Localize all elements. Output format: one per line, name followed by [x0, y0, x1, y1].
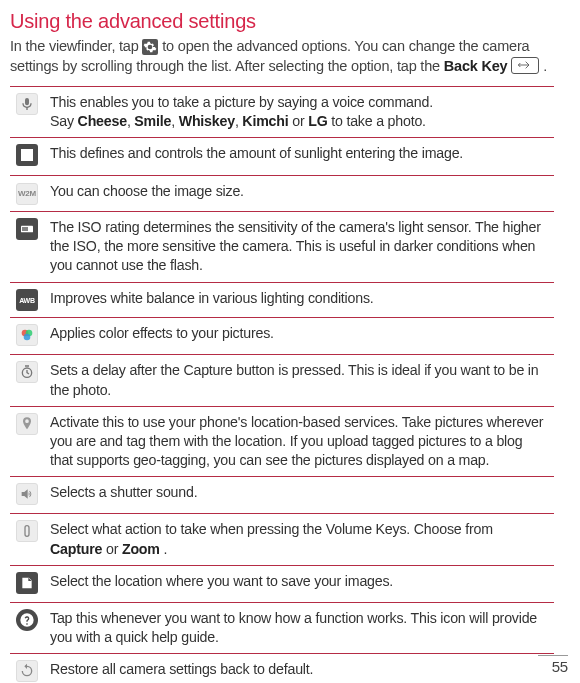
keyword: Kimchi	[242, 113, 288, 129]
iso-icon	[16, 218, 38, 240]
table-row: W2M You can choose the image size.	[10, 175, 554, 211]
svg-rect-3	[26, 227, 27, 231]
text: .	[164, 541, 168, 557]
intro-paragraph: In the viewfinder, tap to open the advan…	[10, 37, 554, 76]
section-title: Using the advanced settings	[10, 10, 554, 33]
table-row: Sets a delay after the Capture button is…	[10, 355, 554, 406]
page-number: 55	[538, 655, 568, 675]
voice-icon	[16, 93, 38, 115]
setting-description: The ISO rating determines the sensitivit…	[44, 212, 554, 283]
keyword: Capture	[50, 541, 102, 557]
setting-description: Applies color effects to your pictures.	[44, 318, 554, 355]
table-row: The ISO rating determines the sensitivit…	[10, 212, 554, 283]
reset-icon	[16, 660, 38, 682]
back-key-label: Back Key	[444, 58, 508, 74]
setting-description: This enables you to take a picture by sa…	[44, 87, 554, 138]
sep: or	[288, 113, 308, 129]
table-row: Tap this whenever you want to know how a…	[10, 603, 554, 654]
table-row: Select the location where you want to sa…	[10, 565, 554, 602]
keyword: Cheese	[78, 113, 127, 129]
svg-rect-8	[25, 526, 29, 537]
keyword: LG	[308, 113, 327, 129]
setting-description: Tap this whenever you want to know how a…	[44, 603, 554, 654]
setting-description: Activate this to use your phone's locati…	[44, 406, 554, 477]
keyword: Zoom	[122, 541, 160, 557]
intro-text-4: .	[543, 58, 547, 74]
svg-rect-2	[24, 227, 25, 231]
awb-icon: AWB	[16, 289, 38, 311]
setting-description: Improves white balance in various lighti…	[44, 282, 554, 318]
table-row: Applies color effects to your pictures.	[10, 318, 554, 355]
settings-table: This enables you to take a picture by sa…	[10, 86, 554, 683]
setting-description: Sets a delay after the Capture button is…	[44, 355, 554, 406]
setting-description: Selects a shutter sound.	[44, 477, 554, 514]
setting-description: Select the location where you want to sa…	[44, 565, 554, 602]
size-icon: W2M	[16, 183, 38, 205]
color-icon	[16, 324, 38, 346]
text: to take a photo.	[331, 113, 426, 129]
geotag-icon	[16, 413, 38, 435]
table-row: This defines and controls the amount of …	[10, 138, 554, 175]
table-row: Restore all camera settings back to defa…	[10, 654, 554, 683]
text: Select what action to take when pressing…	[50, 521, 493, 537]
setting-description: Select what action to take when pressing…	[44, 514, 554, 565]
gear-icon	[142, 39, 158, 55]
table-row: Activate this to use your phone's locati…	[10, 406, 554, 477]
setting-description: This defines and controls the amount of …	[44, 138, 554, 175]
sep: ,	[171, 113, 178, 129]
help-icon	[16, 609, 38, 631]
svg-rect-1	[22, 227, 23, 231]
keyword: Smile	[134, 113, 171, 129]
timer-icon	[16, 361, 38, 383]
exposure-icon	[16, 144, 38, 166]
setting-description: You can choose the image size.	[44, 175, 554, 211]
shutter-sound-icon	[16, 483, 38, 505]
table-row: AWB Improves white balance in various li…	[10, 282, 554, 318]
storage-icon	[16, 572, 38, 594]
sep: or	[106, 541, 122, 557]
setting-description: Restore all camera settings back to defa…	[44, 654, 554, 683]
table-row: Selects a shutter sound.	[10, 477, 554, 514]
keyword: Whiskey	[179, 113, 235, 129]
svg-point-6	[24, 334, 31, 341]
intro-text-1: In the viewfinder, tap	[10, 38, 142, 54]
table-row: Select what action to take when pressing…	[10, 514, 554, 565]
table-row: This enables you to take a picture by sa…	[10, 87, 554, 138]
volume-key-icon	[16, 520, 38, 542]
back-key-icon	[511, 57, 539, 74]
